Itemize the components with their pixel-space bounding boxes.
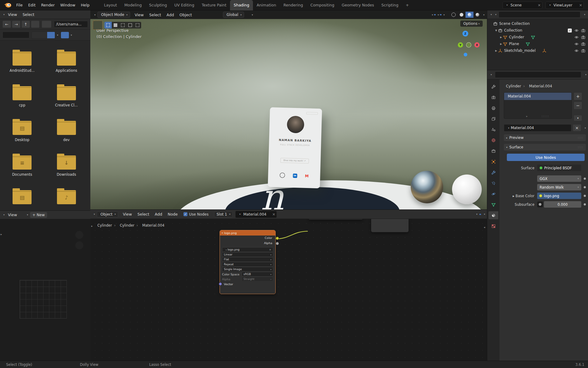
- scene-name[interactable]: Scene: [509, 3, 533, 7]
- outliner-item-label[interactable]: Plane: [509, 42, 519, 46]
- collapse-icon[interactable]: ▾: [222, 232, 223, 234]
- pivot-point-icon[interactable]: [245, 14, 247, 15]
- material-datablock[interactable]: ▾ Material.004 ×: [235, 211, 277, 218]
- folder-documents[interactable]: ≡Documents: [0, 152, 44, 187]
- use-nodes-checkbox[interactable]: ✓ Use Nodes: [183, 212, 209, 217]
- material-output-node[interactable]: [371, 218, 409, 232]
- topbar-menu-render[interactable]: Render: [38, 2, 58, 8]
- viewport-menu-select[interactable]: Select: [146, 12, 164, 18]
- filter-toggle-button[interactable]: [61, 32, 69, 38]
- scene-selector[interactable]: ▾ Scene ×: [503, 2, 542, 9]
- folder-androidstud[interactable]: AndroidStud...: [0, 48, 44, 83]
- shading-rendered-button[interactable]: [473, 12, 481, 18]
- file-browser-menu-select[interactable]: Select: [20, 11, 37, 18]
- topbar-menu-edit[interactable]: Edit: [25, 2, 38, 8]
- workspace-tab-animation[interactable]: Animation: [253, 0, 280, 10]
- material-datablock[interactable]: ▾ Material.004: [504, 124, 571, 132]
- breadcrumb-object[interactable]: Cylinder: [506, 84, 521, 88]
- forward-button[interactable]: →: [12, 21, 21, 28]
- image-datablock[interactable]: ▾ logo.png ×: [222, 247, 273, 252]
- mode-selector[interactable]: Object Mode ▾: [97, 12, 130, 18]
- viewlayer-name[interactable]: ViewLayer: [552, 3, 576, 7]
- node-header[interactable]: ▾ logo.png: [220, 230, 275, 236]
- workspace-tab-geometry-nodes[interactable]: Geometry Nodes: [338, 0, 378, 10]
- select-box-button[interactable]: [104, 22, 112, 29]
- refresh-button[interactable]: [31, 21, 40, 28]
- workspace-tab-rendering[interactable]: Rendering: [280, 0, 307, 10]
- node-pivot-icon[interactable]: [467, 214, 469, 215]
- shader-editor-menu-add[interactable]: Add: [152, 211, 165, 217]
- hide-viewport-icon[interactable]: [575, 49, 579, 53]
- workspace-tab-compositing[interactable]: Compositing: [307, 0, 338, 10]
- folder-cpp[interactable]: cpp: [0, 83, 44, 118]
- view-thumbnail-button[interactable]: [47, 32, 55, 38]
- properties-tab-particles[interactable]: [488, 179, 498, 187]
- node-overlays-toggle[interactable]: [479, 214, 481, 215]
- workspace-tab-sculpting[interactable]: Sculpting: [145, 0, 171, 10]
- viewport-menu-add[interactable]: Add: [164, 12, 177, 18]
- decorator-dot[interactable]: [584, 186, 586, 188]
- sidebar-collapse-icon[interactable]: ◂: [484, 226, 485, 229]
- outliner-row-sketchfab-model[interactable]: ▶Sketchfab_model: [487, 47, 588, 54]
- pin-icon[interactable]: [277, 214, 280, 215]
- prop-slider[interactable]: 0.000: [544, 201, 581, 208]
- node-canvas[interactable]: [90, 210, 487, 361]
- shader-editor[interactable]: ▾ Object ▾ ViewSelectAddNode ✓ Use Nodes…: [90, 209, 487, 361]
- expander-icon[interactable]: ▶: [499, 36, 503, 39]
- back-button[interactable]: ←: [2, 21, 11, 28]
- new-image-button[interactable]: + New: [30, 212, 47, 218]
- viewport-menu-object[interactable]: Object: [177, 12, 195, 18]
- axis-z-neg-gizmo[interactable]: [464, 53, 467, 56]
- properties-tab-render[interactable]: [488, 93, 498, 101]
- shader-editor-menu-select[interactable]: Select: [135, 211, 152, 217]
- folder-applications[interactable]: Applications: [44, 48, 89, 83]
- properties-tab-world[interactable]: [488, 136, 498, 144]
- viewport-3d[interactable]: ▾ Object Mode ▾ ViewSelectAddObject Glob…: [90, 10, 487, 209]
- unlink-button[interactable]: ×: [573, 124, 581, 132]
- select-difference-button[interactable]: [126, 22, 134, 29]
- sidebar-toggle-icon[interactable]: ▸: [1, 233, 2, 236]
- workspace-tab-modeling[interactable]: Modeling: [121, 0, 145, 10]
- gizmos-toggle[interactable]: [434, 14, 436, 15]
- overlays-toggle[interactable]: [440, 14, 442, 15]
- shading-solid-button[interactable]: [458, 12, 466, 18]
- properties-tab-physics[interactable]: [488, 190, 498, 198]
- outliner-row-scene-collection[interactable]: Scene Collection: [487, 20, 588, 27]
- material-slot-item[interactable]: Material.004: [504, 93, 571, 100]
- output-color[interactable]: Color: [220, 236, 275, 241]
- distribution-dropdown[interactable]: GGX▾: [537, 175, 581, 182]
- folder-desktop[interactable]: ▤Desktop: [0, 118, 44, 152]
- surface-panel-header[interactable]: ▾ Surface ::::: [504, 144, 586, 151]
- chevron-down-icon[interactable]: ▾: [71, 34, 72, 36]
- blender-logo-icon[interactable]: [4, 2, 12, 8]
- properties-tab-tool[interactable]: [488, 82, 498, 90]
- properties-tab-material[interactable]: [488, 211, 498, 219]
- socket-button[interactable]: [537, 201, 543, 207]
- select-extend-button[interactable]: [112, 22, 119, 29]
- hide-viewport-icon[interactable]: [575, 29, 579, 33]
- properties-tab-scene[interactable]: [488, 125, 498, 133]
- topbar-menu-help[interactable]: Help: [78, 2, 92, 8]
- workspace-tab-texture-paint[interactable]: Texture Paint: [198, 0, 230, 10]
- workspace-tab-item[interactable]: +: [402, 0, 413, 10]
- breadcrumb-collapse-icon[interactable]: ▸: [91, 224, 93, 228]
- chevron-down-icon[interactable]: ▾: [57, 34, 58, 36]
- properties-tab-view-layer[interactable]: [488, 115, 498, 123]
- folder-item[interactable]: ▤: [0, 187, 44, 210]
- exclude-checkbox[interactable]: ✓: [568, 29, 572, 33]
- options-button[interactable]: Options ▾: [460, 21, 483, 27]
- axis-z-gizmo[interactable]: Z: [462, 31, 468, 36]
- outliner-item-label[interactable]: Cylinder: [509, 35, 524, 39]
- properties-tab-texture[interactable]: [488, 222, 498, 230]
- projection-dropdown[interactable]: Flat▾: [222, 257, 273, 262]
- workspace-tab-scripting[interactable]: Scripting: [378, 0, 402, 10]
- use-nodes-button[interactable]: Use Nodes: [507, 154, 585, 161]
- interpolation-dropdown[interactable]: Linear▾: [222, 252, 273, 257]
- viewlayer-selector[interactable]: ▾ ViewLayer ×: [545, 2, 584, 9]
- close-icon[interactable]: ×: [272, 212, 275, 217]
- disable-render-icon[interactable]: [581, 29, 585, 33]
- decorator-dot[interactable]: [584, 203, 586, 205]
- close-icon[interactable]: ×: [538, 3, 541, 7]
- add-slot-button[interactable]: +: [574, 92, 582, 100]
- outliner-search-input[interactable]: [499, 11, 580, 18]
